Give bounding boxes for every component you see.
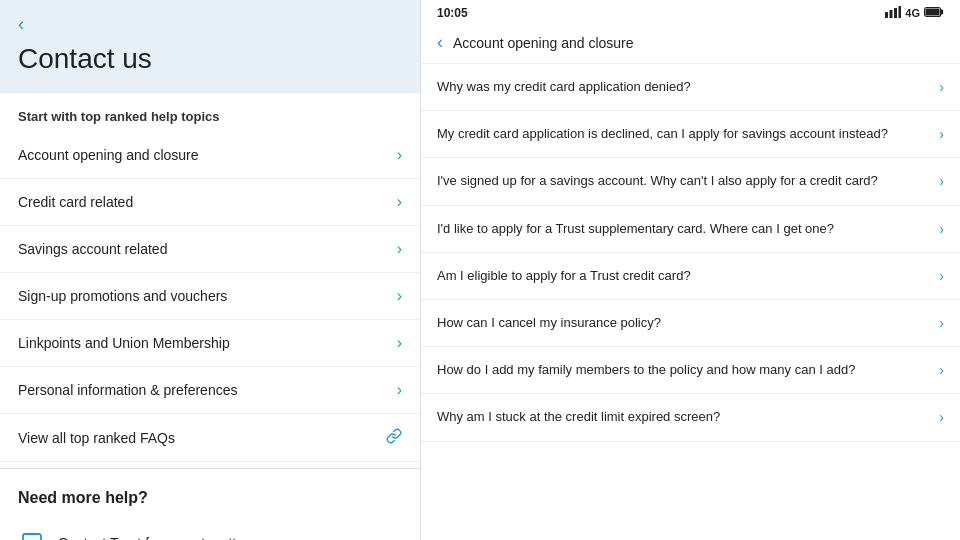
- menu-item-personal-info[interactable]: Personal information & preferences ›: [0, 367, 420, 414]
- menu-item-label: Credit card related: [18, 194, 133, 210]
- status-bar: 10:05 4G: [421, 0, 960, 24]
- right-back-button[interactable]: ‹: [437, 32, 443, 53]
- menu-item-savings-account[interactable]: Savings account related ›: [0, 226, 420, 273]
- right-header-title: Account opening and closure: [453, 35, 634, 51]
- back-button[interactable]: ‹: [18, 14, 402, 35]
- menu-item-account-opening[interactable]: Account opening and closure ›: [0, 132, 420, 179]
- contact-trust-label: Contact Trust for urgent matters: [58, 535, 397, 540]
- menu-item-label: Savings account related: [18, 241, 167, 257]
- faq-text: Why was my credit card application denie…: [437, 78, 939, 96]
- svg-rect-6: [926, 9, 940, 16]
- chevron-right-icon: ›: [397, 240, 402, 258]
- battery-icon: [924, 6, 944, 20]
- faq-text: How can I cancel my insurance policy?: [437, 314, 939, 332]
- faq-text: Why am I stuck at the credit limit expir…: [437, 408, 939, 426]
- chevron-right-icon: ›: [397, 146, 402, 164]
- faq-item-6[interactable]: How do I add my family members to the po…: [421, 347, 960, 394]
- external-link-icon: [386, 428, 402, 447]
- left-header: ‹ Contact us: [0, 0, 420, 93]
- chevron-right-icon: ›: [397, 193, 402, 211]
- menu-item-linkpoints[interactable]: Linkpoints and Union Membership ›: [0, 320, 420, 367]
- chevron-right-icon: ›: [397, 534, 402, 540]
- faq-list: Why was my credit card application denie…: [421, 64, 960, 540]
- left-panel: ‹ Contact us Start with top ranked help …: [0, 0, 420, 540]
- svg-rect-1: [890, 10, 893, 18]
- menu-item-credit-card[interactable]: Credit card related ›: [0, 179, 420, 226]
- menu-item-label: Linkpoints and Union Membership: [18, 335, 230, 351]
- faq-text: How do I add my family members to the po…: [437, 361, 939, 379]
- section-heading: Start with top ranked help topics: [0, 93, 420, 132]
- divider: [0, 468, 420, 469]
- chevron-right-icon: ›: [397, 334, 402, 352]
- chevron-right-icon: ›: [939, 409, 944, 425]
- chevron-right-icon: ›: [939, 362, 944, 378]
- chevron-right-icon: ›: [397, 287, 402, 305]
- need-more-help-section: Need more help?: [0, 475, 420, 521]
- menu-item-label: Personal information & preferences: [18, 382, 237, 398]
- signal-icon: [885, 6, 901, 20]
- chevron-right-icon: ›: [939, 173, 944, 189]
- faq-item-7[interactable]: Why am I stuck at the credit limit expir…: [421, 394, 960, 441]
- page-title: Contact us: [18, 43, 402, 75]
- menu-item-signup-promotions[interactable]: Sign-up promotions and vouchers ›: [0, 273, 420, 320]
- contact-trust-item[interactable]: Contact Trust for urgent matters ›: [0, 521, 420, 540]
- faq-item-0[interactable]: Why was my credit card application denie…: [421, 64, 960, 111]
- chat-bubble-icon: [18, 531, 46, 540]
- menu-item-label: View all top ranked FAQs: [18, 430, 175, 446]
- faq-text: Am I eligible to apply for a Trust credi…: [437, 267, 939, 285]
- status-time: 10:05: [437, 6, 468, 20]
- svg-rect-5: [941, 10, 944, 15]
- chevron-right-icon: ›: [939, 221, 944, 237]
- faq-item-2[interactable]: I've signed up for a savings account. Wh…: [421, 158, 960, 205]
- svg-rect-0: [885, 12, 888, 18]
- faq-text: My credit card application is declined, …: [437, 125, 939, 143]
- faq-item-4[interactable]: Am I eligible to apply for a Trust credi…: [421, 253, 960, 300]
- left-content: Start with top ranked help topics Accoun…: [0, 93, 420, 540]
- svg-rect-3: [899, 6, 902, 18]
- need-more-help-heading: Need more help?: [18, 489, 402, 507]
- faq-text: I've signed up for a savings account. Wh…: [437, 172, 939, 190]
- status-icons: 4G: [885, 6, 944, 20]
- network-label: 4G: [905, 7, 920, 19]
- menu-item-label: Sign-up promotions and vouchers: [18, 288, 227, 304]
- menu-item-label: Account opening and closure: [18, 147, 199, 163]
- right-panel: 10:05 4G ‹ Account opening a: [420, 0, 960, 540]
- faq-item-1[interactable]: My credit card application is declined, …: [421, 111, 960, 158]
- chevron-right-icon: ›: [397, 381, 402, 399]
- svg-rect-2: [894, 8, 897, 18]
- chevron-right-icon: ›: [939, 79, 944, 95]
- right-header: ‹ Account opening and closure: [421, 24, 960, 64]
- menu-item-view-all-faqs[interactable]: View all top ranked FAQs: [0, 414, 420, 462]
- faq-item-5[interactable]: How can I cancel my insurance policy? ›: [421, 300, 960, 347]
- faq-text: I'd like to apply for a Trust supplement…: [437, 220, 939, 238]
- chevron-right-icon: ›: [939, 268, 944, 284]
- chevron-right-icon: ›: [939, 126, 944, 142]
- faq-item-3[interactable]: I'd like to apply for a Trust supplement…: [421, 206, 960, 253]
- chevron-right-icon: ›: [939, 315, 944, 331]
